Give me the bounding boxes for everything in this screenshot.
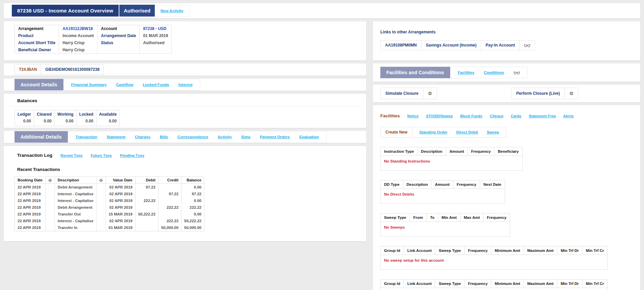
tab-evaluation[interactable]: Evaluation [299,135,319,139]
create-direct-debit-link[interactable]: Direct Debit [456,130,478,134]
tab-facilities[interactable]: Facilities [458,70,474,75]
balances-header-available: Available [96,110,119,118]
column-resize-icon[interactable]: ‹|› [96,177,106,184]
tab-sto-dd-sweep[interactable]: STO/DD/Sweep [426,114,452,118]
facilities-conditions-tabs: Facilities Conditions [450,67,528,78]
table-row: Ledger Cleared Working Locked Available [15,110,120,118]
cell-debit [135,191,158,197]
header-amount: Amount [446,147,467,156]
cell-debit [135,204,158,211]
iban-box: T24.IBAN GB34DEMO60161300087238 [14,64,104,75]
cell-value-date: 02 APR 2019 [106,184,136,191]
table-row: 0.00 0.00 0.00 0.00 0.00 [15,118,120,126]
create-sweep-link[interactable]: Sweep [487,130,499,134]
gear-icon[interactable]: ⚙ [564,88,578,99]
tab-statement-freq[interactable]: Statement Freq [529,114,556,118]
tab-activity[interactable]: Activity [218,135,232,139]
account-id-link[interactable]: 87238 - USD [140,25,172,32]
facilities-conditions-title: Facilities and Conditions [380,67,450,78]
balances-header-locked: Locked [76,110,96,118]
cell-booking-date: 22 APR 2019 [15,218,46,224]
tab-cards[interactable]: Cards [511,114,521,118]
linked-arrangement-role: Pay-In Account [481,40,520,50]
transaction-log-title: Transaction Log [17,153,52,158]
header-group-id: Group Id [381,246,404,255]
spacer-cell [96,211,106,218]
tab-sims[interactable]: Sims [241,135,251,139]
header-description: Description [417,147,446,156]
arrangement-id-link[interactable]: AA19112JBW18 [59,25,97,32]
sweeps-table: Sweep Type From To Min Amt Max Amt Frequ… [380,213,510,237]
tab-conditions[interactable]: Conditions [484,70,504,75]
tab-block-funds[interactable]: Block Funds [460,114,482,118]
cell-description: Transfer Out [55,211,96,218]
tab-alerts[interactable]: Alerts [563,114,574,118]
tab-notice[interactable]: Notice [407,114,419,118]
cell-credit: 222.22 [158,218,181,224]
transaction-log-card: Transaction Log Recent Txns Future Txns … [3,146,367,241]
sweep-group-table: Group Id Link Account Sweep Type Frequen… [380,246,608,270]
tab-correspondence[interactable]: Correspondence [177,135,208,139]
facilities-card: Facilities Notice STO/DD/Sweep Block Fun… [373,105,641,290]
spacer-cell [46,204,55,211]
tab-pending-txns[interactable]: Pending Txns [120,153,144,157]
cell-debit: 50,222.22 [135,211,158,218]
tab-locked-funds[interactable]: Locked Funds [143,83,169,87]
tab-future-txns[interactable]: Future Txns [91,153,112,157]
empty-message: No Standing Instructions [381,156,523,171]
create-standing-order-link[interactable]: Standing Order [419,130,447,134]
header-min-amt: Min Amt [438,213,460,222]
gear-icon[interactable]: ⚙ [423,88,437,99]
empty-row: This Account not linked to any other swe… [381,288,608,290]
tab-charges[interactable]: Charges [135,135,150,139]
tab-cheque[interactable]: Cheque [490,114,503,118]
spacer-cell [96,204,106,211]
tab-cashflow[interactable]: Cashflow [116,83,133,87]
facilities-conditions-section: Facilities and Conditions Facilities Con… [373,63,641,82]
cell-debit: 97.22 [135,184,158,191]
tab-recent-txns[interactable]: Recent Txns [60,153,82,157]
spacer-cell [96,191,106,197]
balances-title: Balances [17,98,355,103]
cell-booking-date: 22 APR 2019 [15,211,46,218]
account-label: Account [97,25,140,32]
cell-booking-date: 22 APR 2019 [15,184,46,191]
header-debit: Debit [135,177,158,184]
product-value: Income Account [59,32,97,39]
table-header-row: Booking Date ‹|› Description ‹|› Value D… [15,177,204,184]
tab-transaction[interactable]: Transaction [76,135,97,139]
cell-credit [158,184,181,191]
spacer-cell [46,218,55,224]
view-glasses-icon[interactable] [514,71,520,75]
table-row: Account Short Title Harry Crisp Status A… [15,39,172,47]
empty-message: No Direct Debits [381,189,505,204]
tab-statement[interactable]: Statement [107,135,125,139]
empty-message: This Account not linked to any other swe… [381,288,608,290]
iban-card: T24.IBAN GB34DEMO60161300087238 [3,63,367,76]
tab-payment-orders[interactable]: Payment Orders [260,135,290,139]
tab-bills[interactable]: Bills [160,135,168,139]
header-frequency: Frequency [464,246,491,255]
account-details-title: Account Details [14,79,63,90]
new-activity-link[interactable]: New Activity [160,9,183,13]
header-min-trf-cr: Min Trf Cr [582,246,608,255]
header-description: Description [403,180,431,189]
tab-interest[interactable]: Interest [178,83,193,87]
header-min-trf-dr: Min Trf Dr [557,280,582,288]
view-glasses-icon[interactable] [520,40,535,50]
balance-ledger-value: 0.00 [15,118,34,126]
perform-closure-button[interactable]: Perform Closure (Live) ⚙ [511,88,578,99]
simulate-closure-button[interactable]: Simulate Closure ⚙ [380,88,437,99]
arrangement-summary-card: Arrangement AA19112JBW18 Account 87238 -… [3,21,367,61]
account-details-tabs: Financial Summary Cashflow Locked Funds … [63,79,200,90]
empty-cell [97,47,140,54]
cell-value-date: 02 APR 2019 [106,218,136,224]
empty-message: No Sweeps [381,222,510,237]
balance-locked-value: 0.00 [76,118,96,126]
column-resize-icon[interactable]: ‹|› [46,177,55,184]
account-overview-page: 87238 USD - Income Account Overview Auth… [0,0,644,290]
table-header-row: Sweep Type From To Min Amt Max Amt Frequ… [381,213,510,222]
cell-debit: 222.22 [135,197,158,204]
tab-financial-summary[interactable]: Financial Summary [71,83,107,87]
table-header-row: DD Type Description Amount Frequency Nex… [381,180,505,189]
